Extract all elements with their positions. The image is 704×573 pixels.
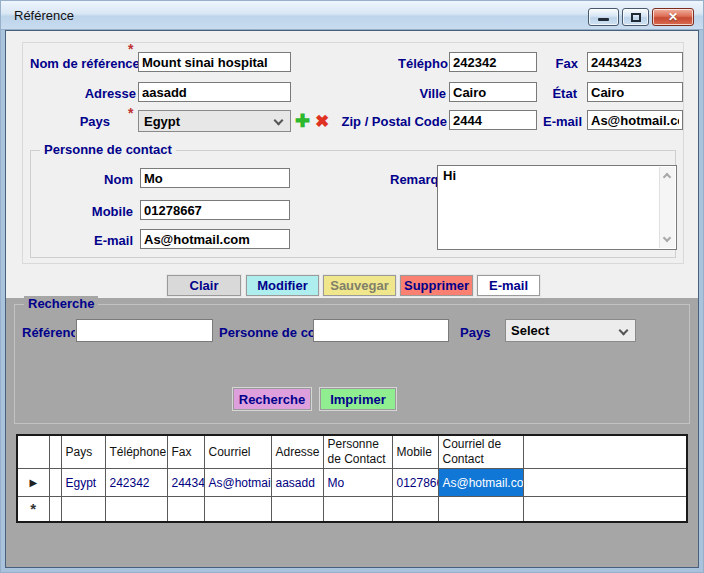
grid-cell-fax[interactable]: 2443423 [167,469,204,497]
supprimer-button[interactable]: Supprimer [400,275,473,296]
required-marker-pays: * [128,105,133,121]
pays-combobox-value: Egypt [144,114,180,129]
grid-cell-mobile[interactable]: 01278667 [392,469,438,497]
ville-label: Ville [413,86,446,101]
maximize-button[interactable] [622,8,649,26]
grid-cell-pays[interactable]: Egypt [61,469,105,497]
grid-cell-courriel-contact-selected[interactable]: As@hotmail.com [438,469,523,497]
email-input[interactable] [587,110,683,130]
grid-cell-pays[interactable] [61,497,105,522]
pays-label: Pays [70,114,110,129]
grid-rowheader-column [17,435,49,469]
delete-country-icon[interactable]: ✖ [315,113,329,130]
grid-cell-filler [523,469,687,497]
grid-cell-courriel-contact[interactable] [438,497,523,522]
grid-spacer-column [49,435,61,469]
grid-cell-mobile[interactable] [392,497,438,522]
grid-cell-personne[interactable]: Mo [323,469,392,497]
ville-input[interactable] [449,82,537,102]
adresse-label: Adresse [66,86,136,101]
grid-cell-courriel[interactable]: As@hotmail.com [204,469,271,497]
grid-cell-fax[interactable] [167,497,204,522]
grid-header-pays[interactable]: Pays [61,435,105,469]
search-pays-value: Select [511,323,549,338]
contact-nom-input[interactable] [140,168,290,188]
grid-header-fax[interactable]: Fax [167,435,204,469]
maximize-icon [631,13,641,22]
nom-reference-input[interactable] [138,52,291,72]
close-button[interactable]: ✕ [652,8,694,26]
grid-header-personne-contact[interactable]: Personne de Contact [323,435,392,469]
modifier-button[interactable]: Modifier [246,275,319,296]
scroll-up-icon[interactable] [663,173,671,181]
scroll-down-icon[interactable] [663,234,671,242]
etat-label: État [546,86,577,101]
recherche-group-title: Recherche [24,296,98,311]
grid-header-row: Pays Téléphone Fax Courriel Adresse Pers… [17,435,687,469]
chevron-down-icon [619,326,629,336]
contact-mobile-label: Mobile [83,204,133,219]
grid-cell-adresse[interactable]: aasadd [271,469,323,497]
fax-input[interactable] [587,52,683,72]
grid-cell-spacer [49,497,61,522]
search-contact-label: Personne de contact [219,325,313,340]
grid-cell-personne[interactable] [323,497,392,522]
current-row-icon[interactable]: ▶ [17,469,49,497]
new-row-icon[interactable]: * [17,497,49,522]
references-grid[interactable]: Pays Téléphone Fax Courriel Adresse Pers… [16,434,688,523]
etat-input[interactable] [587,82,683,102]
grid-header-telephone[interactable]: Téléphone [105,435,167,469]
required-marker-nom: * [128,41,133,57]
remarque-scrollbar[interactable] [659,167,675,248]
search-contact-input[interactable] [313,319,449,342]
remarque-text: Hi [443,168,456,183]
close-icon: ✕ [668,10,678,24]
contact-group-title: Personne de contact [40,142,176,157]
search-pays-combobox[interactable]: Select [505,319,636,342]
clair-button[interactable]: Clair [167,275,241,296]
chevron-down-icon [274,116,284,126]
grid-header-courriel[interactable]: Courriel [204,435,271,469]
grid-header-adresse[interactable]: Adresse [271,435,323,469]
grid-cell-filler [523,497,687,522]
email-button[interactable]: E-mail [477,275,540,296]
table-row[interactable]: ▶ Egypt 242342 2443423 As@hotmail.com aa… [17,469,687,497]
grid-cell-spacer [49,469,61,497]
remarque-textarea[interactable]: Hi [437,165,677,250]
window-controls: ✕ [588,8,694,26]
adresse-input[interactable] [138,82,291,102]
email-label: E-mail [539,114,582,129]
grid-cell-telephone[interactable] [105,497,167,522]
minimize-icon [598,18,609,21]
contact-mobile-input[interactable] [140,200,290,220]
telephone-label: Téléphone [398,56,448,71]
grid-cell-adresse[interactable] [271,497,323,522]
zip-input[interactable] [449,110,537,130]
search-pays-label: Pays [460,325,496,340]
imprimer-button[interactable]: Imprimer [320,388,396,410]
pays-combobox[interactable]: Egypt [138,110,291,132]
telephone-input[interactable] [449,52,537,72]
grid-header-courriel-contact[interactable]: Courriel de Contact [438,435,523,469]
search-reference-input[interactable] [76,319,213,342]
fax-label: Fax [550,56,578,71]
title-bar: Référence ✕ [1,1,703,30]
contact-nom-label: Nom [93,172,133,187]
zip-label: Zip / Postal Code [333,114,447,129]
table-row-new[interactable]: * [17,497,687,522]
sauvegar-button[interactable]: Sauvegar [323,275,396,296]
grid-header-filler [523,435,687,469]
window-title: Référence [14,8,74,23]
add-country-icon[interactable]: ✚ [295,112,310,130]
contact-email-label: E-mail [88,233,133,248]
grid-cell-courriel[interactable] [204,497,271,522]
nom-reference-label: Nom de référence [30,56,136,71]
minimize-button[interactable] [588,8,619,26]
grid-cell-telephone[interactable]: 242342 [105,469,167,497]
remarque-label: Remarque [390,172,437,187]
grid-header-mobile[interactable]: Mobile [392,435,438,469]
search-reference-label: Référence [22,325,75,340]
recherche-button[interactable]: Recherche [233,388,311,410]
contact-email-input[interactable] [140,229,290,249]
